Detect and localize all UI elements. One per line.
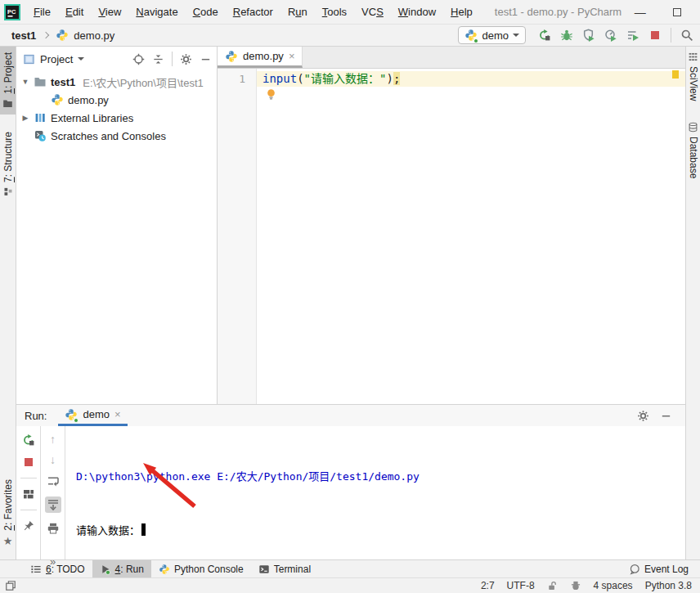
minimize-button[interactable]: — [621, 0, 658, 24]
chevron-down-icon[interactable] [78, 57, 84, 61]
stop-button[interactable] [648, 29, 662, 42]
restore-layout-button[interactable] [22, 487, 35, 501]
toolbar-divider [20, 510, 37, 510]
intention-bulb-icon[interactable] [265, 88, 277, 101]
project-panel-header: Project [16, 47, 217, 71]
rerun-button[interactable] [22, 434, 35, 447]
run-with-button[interactable] [626, 29, 639, 42]
tree-row-root[interactable]: ▼ test1 E:\农大\Python\项目\test1 [16, 73, 217, 91]
code-token-paren-open: ( [297, 72, 303, 85]
menu-item-window[interactable]: Window [391, 0, 443, 24]
scroll-to-end-button[interactable] [45, 496, 61, 513]
annotation-arrow [65, 426, 684, 559]
tree-root-name: test1 [51, 76, 75, 88]
run-tab-python-icon [65, 408, 78, 421]
rerun-button[interactable] [538, 29, 551, 42]
menu-item-help[interactable]: Help [443, 0, 480, 24]
menu-item-navigate[interactable]: Navigate [128, 0, 185, 24]
run-with-coverage-button[interactable] [582, 29, 595, 42]
menu-item-tools[interactable]: Tools [315, 0, 354, 24]
hide-panel-button[interactable] [200, 53, 212, 65]
chevron-down-icon [513, 34, 519, 37]
run-configuration-selector[interactable]: demo [458, 26, 526, 44]
todo-tab-label: 6 [46, 564, 52, 575]
chevron-collapsed-icon[interactable]: ▶ [21, 114, 29, 122]
run-tab-demo[interactable]: demo × [58, 405, 127, 426]
breadcrumb-project[interactable]: test1 [11, 29, 36, 42]
close-icon[interactable]: × [114, 409, 121, 420]
tree-scratches-label: Scratches and Consoles [51, 130, 166, 142]
run-console[interactable]: D:\python3\python.exe E:/农大/Python/项目/te… [65, 426, 685, 559]
code-token-paren-close: ) [386, 72, 393, 85]
database-icon [688, 122, 698, 133]
run-panel-title: Run: [25, 410, 47, 422]
menu-item-file[interactable]: File [26, 0, 58, 24]
tree-row-file[interactable]: demo.py [16, 91, 217, 109]
menu-item-vcs[interactable]: VCS [354, 0, 391, 24]
favorites-tab-label: 2 [2, 525, 14, 531]
stop-button[interactable] [22, 456, 35, 469]
editor: demo.py × 1 input("请输入数据："); [218, 47, 685, 404]
close-button[interactable]: × [695, 0, 700, 24]
project-tree: ▼ test1 E:\农大\Python\项目\test1 demo.py ▶ … [16, 71, 217, 145]
hide-panel-button[interactable] [660, 410, 672, 422]
menu-item-refactor[interactable]: Refactor [226, 0, 280, 24]
tree-root-path: E:\农大\Python\项目\test1 [83, 74, 203, 90]
toolbar-divider [671, 28, 671, 43]
editor-tab-demo[interactable]: demo.py × [218, 47, 303, 68]
toolwindow-tab-favorites[interactable]: 2: Favorites ★ [0, 474, 16, 553]
toolwindow-tab-structure[interactable]: 7: Structure [0, 126, 16, 202]
console-caret [141, 523, 146, 536]
project-tab-label: 1 [2, 88, 14, 94]
scrollbar-warning-mark[interactable] [672, 70, 679, 79]
python-file-icon [51, 93, 64, 106]
breadcrumb: test1 demo.py [11, 29, 114, 42]
menu-item-view[interactable]: View [91, 0, 128, 24]
tree-row-external-libraries[interactable]: ▶ External Libraries [16, 109, 217, 127]
console-command-line: D:\python3\python.exe E:/农大/Python/项目/te… [76, 468, 685, 486]
run-toolbar-left [16, 426, 41, 559]
close-icon[interactable]: × [289, 51, 295, 61]
editor-body[interactable]: 1 input("请输入数据："); [218, 69, 685, 404]
window-title: test1 - demo.py - PyCharm [495, 6, 621, 18]
print-button[interactable] [47, 522, 60, 535]
up-stack-trace-button[interactable]: ↑ [50, 434, 56, 445]
menu-item-edit[interactable]: Edit [58, 0, 91, 24]
console-prompt-line: 请输入数据： [76, 522, 685, 540]
sciview-tab-label: SciView [688, 66, 699, 101]
menubar: FileEditViewNavigateCodeRefactorRunTools… [26, 0, 480, 24]
toolwindow-tab-sciview[interactable]: SciView [686, 52, 700, 101]
gear-icon[interactable] [637, 410, 649, 422]
toolwindow-tab-project[interactable]: 1: Project [0, 47, 16, 115]
search-everywhere-button[interactable] [680, 29, 693, 42]
locate-file-button[interactable] [132, 53, 145, 65]
debug-button[interactable] [560, 29, 573, 42]
run-config-name: demo [482, 29, 509, 42]
pycharm-logo-icon [4, 4, 20, 20]
collapse-all-button[interactable] [152, 53, 164, 65]
pin-tab-button[interactable] [22, 519, 35, 532]
libraries-icon [34, 111, 47, 124]
navigation-bar: test1 demo.py demo [0, 25, 700, 47]
editor-tab-label: demo.py [243, 50, 284, 62]
code-area[interactable]: input("请输入数据："); [257, 69, 685, 404]
right-toolwindow-stripe: SciView Database [685, 47, 700, 559]
run-toolwindow: Run: demo × [16, 404, 685, 559]
toolwindow-switcher-icon[interactable] [5, 580, 16, 591]
menu-item-code[interactable]: Code [186, 0, 226, 24]
soft-wrap-button[interactable] [47, 474, 60, 487]
project-panel-title[interactable]: Project [40, 53, 73, 65]
toolwindow-tab-database[interactable]: Database [686, 122, 700, 178]
code-line-1[interactable]: input("请输入数据："); [257, 71, 685, 87]
line-number: 1 [218, 71, 245, 87]
menu-item-run[interactable]: Run [280, 0, 315, 24]
profile-button[interactable] [604, 29, 617, 42]
down-stack-trace-button[interactable]: ↓ [50, 454, 56, 465]
gear-icon[interactable] [180, 53, 192, 65]
project-toolwindow-icon [23, 53, 35, 65]
chevron-expanded-icon[interactable]: ▼ [21, 78, 29, 86]
maximize-button[interactable] [658, 0, 695, 24]
tree-row-scratches[interactable]: Scratches and Consoles [16, 127, 217, 145]
breadcrumb-file[interactable]: demo.py [74, 29, 114, 42]
left-toolwindow-stripe: 1: Project 7: Structure 2: Favorites ★ [0, 47, 16, 559]
